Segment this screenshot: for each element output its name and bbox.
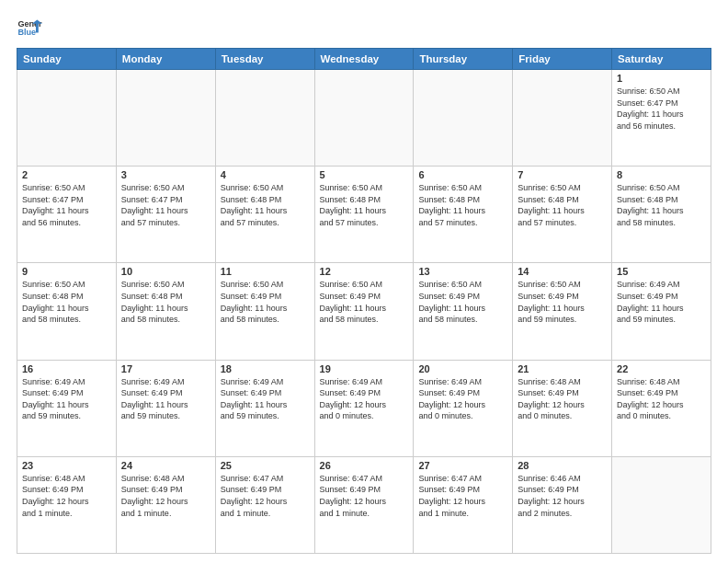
logo: General Blue [17, 15, 46, 40]
day-number: 7 [518, 169, 607, 180]
day-number: 8 [617, 169, 706, 180]
day-number: 2 [22, 169, 111, 180]
day-number: 3 [121, 169, 210, 180]
day-number: 18 [221, 363, 310, 374]
day-info: Sunrise: 6:50 AM Sunset: 6:48 PM Dayligh… [617, 182, 706, 228]
day-number: 1 [617, 73, 706, 84]
page: General Blue SundayMondayTuesdayWednesda… [0, 0, 728, 563]
calendar-week-1: 1Sunrise: 6:50 AM Sunset: 6:47 PM Daylig… [17, 70, 711, 167]
calendar-cell [215, 70, 314, 167]
calendar-cell: 8Sunrise: 6:50 AM Sunset: 6:48 PM Daylig… [612, 167, 711, 263]
calendar-cell: 10Sunrise: 6:50 AM Sunset: 6:48 PM Dayli… [116, 263, 215, 360]
day-info: Sunrise: 6:47 AM Sunset: 6:49 PM Dayligh… [221, 473, 310, 519]
col-header-thursday: Thursday [414, 49, 513, 70]
day-number: 12 [320, 266, 409, 277]
calendar-cell: 4Sunrise: 6:50 AM Sunset: 6:48 PM Daylig… [215, 167, 314, 263]
calendar-cell: 5Sunrise: 6:50 AM Sunset: 6:48 PM Daylig… [314, 167, 414, 263]
calendar-cell: 25Sunrise: 6:47 AM Sunset: 6:49 PM Dayli… [215, 456, 314, 553]
calendar-week-5: 23Sunrise: 6:48 AM Sunset: 6:49 PM Dayli… [17, 456, 711, 553]
calendar-cell: 9Sunrise: 6:50 AM Sunset: 6:48 PM Daylig… [17, 263, 117, 360]
day-number: 16 [22, 363, 111, 374]
calendar-header-row: SundayMondayTuesdayWednesdayThursdayFrid… [17, 49, 711, 70]
col-header-wednesday: Wednesday [314, 49, 414, 70]
day-info: Sunrise: 6:50 AM Sunset: 6:49 PM Dayligh… [221, 279, 310, 325]
day-info: Sunrise: 6:47 AM Sunset: 6:49 PM Dayligh… [320, 473, 409, 519]
calendar-cell: 24Sunrise: 6:48 AM Sunset: 6:49 PM Dayli… [116, 456, 215, 553]
calendar-cell: 2Sunrise: 6:50 AM Sunset: 6:47 PM Daylig… [17, 167, 117, 263]
day-info: Sunrise: 6:49 AM Sunset: 6:49 PM Dayligh… [221, 376, 310, 422]
calendar-cell [414, 70, 513, 167]
calendar-cell [314, 70, 414, 167]
day-number: 4 [221, 169, 310, 180]
day-info: Sunrise: 6:48 AM Sunset: 6:49 PM Dayligh… [22, 473, 111, 519]
calendar-cell: 15Sunrise: 6:49 AM Sunset: 6:49 PM Dayli… [612, 263, 711, 360]
day-info: Sunrise: 6:50 AM Sunset: 6:48 PM Dayligh… [320, 182, 409, 228]
calendar-cell: 14Sunrise: 6:50 AM Sunset: 6:49 PM Dayli… [513, 263, 612, 360]
day-info: Sunrise: 6:50 AM Sunset: 6:49 PM Dayligh… [320, 279, 409, 325]
calendar-cell: 22Sunrise: 6:48 AM Sunset: 6:49 PM Dayli… [612, 360, 711, 456]
svg-text:Blue: Blue [17, 28, 36, 37]
day-number: 25 [221, 460, 310, 471]
day-number: 24 [121, 460, 210, 471]
day-info: Sunrise: 6:50 AM Sunset: 6:48 PM Dayligh… [418, 182, 507, 228]
day-number: 11 [221, 266, 310, 277]
col-header-sunday: Sunday [17, 49, 117, 70]
day-info: Sunrise: 6:50 AM Sunset: 6:48 PM Dayligh… [221, 182, 310, 228]
day-number: 6 [418, 169, 507, 180]
calendar-cell: 11Sunrise: 6:50 AM Sunset: 6:49 PM Dayli… [215, 263, 314, 360]
day-number: 13 [418, 266, 507, 277]
day-info: Sunrise: 6:48 AM Sunset: 6:49 PM Dayligh… [617, 376, 706, 422]
calendar-cell: 28Sunrise: 6:46 AM Sunset: 6:49 PM Dayli… [513, 456, 612, 553]
calendar-cell: 16Sunrise: 6:49 AM Sunset: 6:49 PM Dayli… [17, 360, 117, 456]
calendar-cell: 12Sunrise: 6:50 AM Sunset: 6:49 PM Dayli… [314, 263, 414, 360]
col-header-friday: Friday [513, 49, 612, 70]
day-info: Sunrise: 6:50 AM Sunset: 6:49 PM Dayligh… [418, 279, 507, 325]
calendar-cell: 13Sunrise: 6:50 AM Sunset: 6:49 PM Dayli… [414, 263, 513, 360]
day-number: 14 [518, 266, 607, 277]
calendar-cell: 27Sunrise: 6:47 AM Sunset: 6:49 PM Dayli… [414, 456, 513, 553]
day-info: Sunrise: 6:49 AM Sunset: 6:49 PM Dayligh… [22, 376, 111, 422]
calendar-cell: 1Sunrise: 6:50 AM Sunset: 6:47 PM Daylig… [612, 70, 711, 167]
day-info: Sunrise: 6:50 AM Sunset: 6:47 PM Dayligh… [22, 182, 111, 228]
day-info: Sunrise: 6:50 AM Sunset: 6:47 PM Dayligh… [121, 182, 210, 228]
day-info: Sunrise: 6:50 AM Sunset: 6:48 PM Dayligh… [121, 279, 210, 325]
day-info: Sunrise: 6:49 AM Sunset: 6:49 PM Dayligh… [121, 376, 210, 422]
day-number: 28 [518, 460, 607, 471]
day-info: Sunrise: 6:50 AM Sunset: 6:48 PM Dayligh… [22, 279, 111, 325]
day-info: Sunrise: 6:50 AM Sunset: 6:48 PM Dayligh… [518, 182, 607, 228]
day-info: Sunrise: 6:48 AM Sunset: 6:49 PM Dayligh… [518, 376, 607, 422]
day-info: Sunrise: 6:49 AM Sunset: 6:49 PM Dayligh… [320, 376, 409, 422]
day-info: Sunrise: 6:49 AM Sunset: 6:49 PM Dayligh… [418, 376, 507, 422]
calendar-cell: 3Sunrise: 6:50 AM Sunset: 6:47 PM Daylig… [116, 167, 215, 263]
calendar-cell: 26Sunrise: 6:47 AM Sunset: 6:49 PM Dayli… [314, 456, 414, 553]
calendar-cell: 23Sunrise: 6:48 AM Sunset: 6:49 PM Dayli… [17, 456, 117, 553]
day-info: Sunrise: 6:49 AM Sunset: 6:49 PM Dayligh… [617, 279, 706, 325]
calendar-week-4: 16Sunrise: 6:49 AM Sunset: 6:49 PM Dayli… [17, 360, 711, 456]
day-number: 20 [418, 363, 507, 374]
calendar-cell [17, 70, 117, 167]
calendar-cell: 6Sunrise: 6:50 AM Sunset: 6:48 PM Daylig… [414, 167, 513, 263]
header: General Blue [17, 15, 711, 40]
day-number: 5 [320, 169, 409, 180]
calendar-cell [612, 456, 711, 553]
day-info: Sunrise: 6:46 AM Sunset: 6:49 PM Dayligh… [518, 473, 607, 519]
calendar-cell: 18Sunrise: 6:49 AM Sunset: 6:49 PM Dayli… [215, 360, 314, 456]
day-info: Sunrise: 6:48 AM Sunset: 6:49 PM Dayligh… [121, 473, 210, 519]
day-number: 19 [320, 363, 409, 374]
calendar-cell: 17Sunrise: 6:49 AM Sunset: 6:49 PM Dayli… [116, 360, 215, 456]
day-number: 17 [121, 363, 210, 374]
calendar-cell [513, 70, 612, 167]
day-number: 22 [617, 363, 706, 374]
day-number: 27 [418, 460, 507, 471]
day-info: Sunrise: 6:50 AM Sunset: 6:47 PM Dayligh… [617, 86, 706, 132]
day-number: 21 [518, 363, 607, 374]
day-info: Sunrise: 6:50 AM Sunset: 6:49 PM Dayligh… [518, 279, 607, 325]
col-header-saturday: Saturday [612, 49, 711, 70]
calendar-cell [116, 70, 215, 167]
calendar-cell: 20Sunrise: 6:49 AM Sunset: 6:49 PM Dayli… [414, 360, 513, 456]
calendar-cell: 19Sunrise: 6:49 AM Sunset: 6:49 PM Dayli… [314, 360, 414, 456]
day-number: 9 [22, 266, 111, 277]
calendar-week-2: 2Sunrise: 6:50 AM Sunset: 6:47 PM Daylig… [17, 167, 711, 263]
calendar-cell: 7Sunrise: 6:50 AM Sunset: 6:48 PM Daylig… [513, 167, 612, 263]
calendar-body: 1Sunrise: 6:50 AM Sunset: 6:47 PM Daylig… [17, 70, 711, 554]
